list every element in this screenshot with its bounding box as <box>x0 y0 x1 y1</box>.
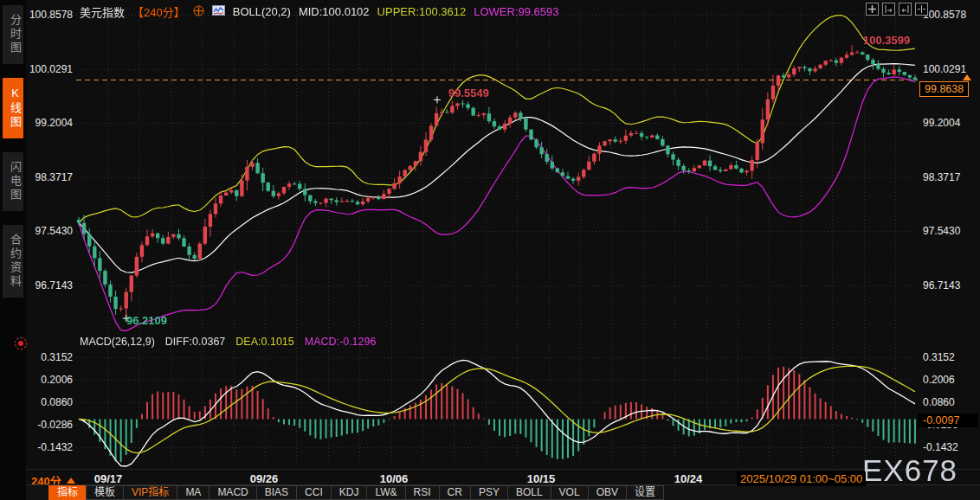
x-axis-date: 10/15 <box>527 472 556 485</box>
axis-separator <box>26 469 980 470</box>
macd-axis-label: -0.1432 <box>923 441 958 453</box>
symbol-title: 美元指数 <box>80 3 125 20</box>
toolbar-btn-lw[interactable]: LW& <box>366 485 405 500</box>
trading-app: 分时图K线图闪电图合约资料 美元指数 【240分】 BOLL(20,2) MID… <box>0 0 980 500</box>
macd-indicator-label: MACD(26,12,9) <box>80 336 155 348</box>
toolbar-btn-ma[interactable]: MA <box>177 485 210 500</box>
x-axis-date: 09/17 <box>94 472 123 485</box>
macd-dea-value: DEA:0.1015 <box>235 336 293 348</box>
boll-mid-value: MID:100.0102 <box>299 5 370 18</box>
boll-indicator-label: BOLL(20,2) <box>233 5 291 18</box>
brand-watermark: EX678 <box>862 453 957 488</box>
axis-reset-icon[interactable] <box>915 3 928 16</box>
macd-value-badge: -0.0097 <box>918 413 978 427</box>
price-axis-label: 100.8578 <box>923 9 966 21</box>
sidebar-tab-flash-chart[interactable]: 闪电图 <box>3 152 23 211</box>
current-bar-timestamp: 2025/10/29 01:00~05:00 <box>737 471 866 486</box>
toolbar-btn-obv[interactable]: OBV <box>588 485 627 500</box>
toolbar-btn-indicators[interactable]: 指标 <box>48 485 87 500</box>
chart-thumbnail-icon <box>212 5 225 18</box>
toolbar-btn-psy[interactable]: PSY <box>470 485 508 500</box>
price-axis-label: 97.5430 <box>923 225 960 237</box>
x-axis-date: 10/06 <box>380 472 409 485</box>
swing-high-annotation: 99.5549 <box>448 87 489 99</box>
toolbar-btn-cr[interactable]: CR <box>439 485 471 500</box>
sidebar-tab-time-chart[interactable]: 分时图 <box>3 5 23 64</box>
sidebar-tab-contract-info[interactable]: 合约资料 <box>3 225 23 298</box>
candlestick-chart-canvas[interactable] <box>76 0 918 471</box>
macd-diff-value: DIFF:0.0367 <box>165 336 225 348</box>
x-axis-date: 09/26 <box>250 472 279 485</box>
toolbar-btn-vip-indicators[interactable]: VIP指标 <box>123 485 177 500</box>
boll-upper-value: UPPER:100.3612 <box>377 5 467 18</box>
chart-tool-icons <box>866 3 928 16</box>
high-price-annotation: 100.3599 <box>863 34 910 47</box>
price-axis-label: 99.2004 <box>923 117 960 129</box>
boll-lower-value: LOWER:99.6593 <box>474 5 558 18</box>
x-axis-date: 10/24 <box>674 472 703 485</box>
toolbar-btn-bias[interactable]: BIAS <box>256 485 297 500</box>
macd-axis-label: 0.2006 <box>923 374 955 386</box>
macd-header: MACD(26,12,9) DIFF:0.0367 DEA:0.1015 MAC… <box>80 336 376 348</box>
y-axis-right-icon[interactable] <box>899 3 912 16</box>
price-axis-label: 98.3717 <box>923 171 960 183</box>
toolbar-btn-vol[interactable]: VOL <box>551 485 589 500</box>
crosshair-target-icon[interactable] <box>15 337 27 349</box>
indicator-toolbar: 指标模板VIP指标MAMACDBIASCCIKDJLW&RSICRPSYBOLL… <box>49 485 664 500</box>
macd-axis-label: 0.3152 <box>923 351 955 363</box>
sidebar-tab-candle-chart[interactable]: K线图 <box>3 78 23 138</box>
price-axis-label: 96.7143 <box>923 279 960 292</box>
y-axis-left-icon[interactable] <box>882 3 895 16</box>
chart-type-sidebar: 分时图K线图闪电图合约资料 <box>0 0 26 500</box>
period-label[interactable]: 【240分】 <box>132 3 185 20</box>
chevron-up-icon <box>67 478 75 484</box>
macd-macd-value: MACD:-0.1296 <box>305 336 377 348</box>
toolbar-btn-boll[interactable]: BOLL <box>507 485 551 500</box>
low-price-annotation: 96.2109 <box>126 314 167 327</box>
macd-axis-label: 0.0860 <box>923 396 955 408</box>
toolbar-btn-rsi[interactable]: RSI <box>405 485 440 500</box>
chart-header: 美元指数 【240分】 BOLL(20,2) MID:100.0102 UPPE… <box>80 3 559 20</box>
toolbar-btn-macd[interactable]: MACD <box>209 485 256 500</box>
last-price-badge: 99.8638 <box>919 81 969 97</box>
toolbar-btn-cci[interactable]: CCI <box>296 485 332 500</box>
toolbar-btn-templates[interactable]: 模板 <box>86 485 124 500</box>
price-axis-label: 100.0291 <box>923 63 966 75</box>
crosshair-icon[interactable] <box>193 5 204 19</box>
price-up-arrow-icon <box>963 74 971 80</box>
move-icon[interactable] <box>866 3 879 16</box>
toolbar-btn-settings[interactable]: 设置 <box>626 485 664 500</box>
toolbar-btn-kdj[interactable]: KDJ <box>331 485 368 500</box>
